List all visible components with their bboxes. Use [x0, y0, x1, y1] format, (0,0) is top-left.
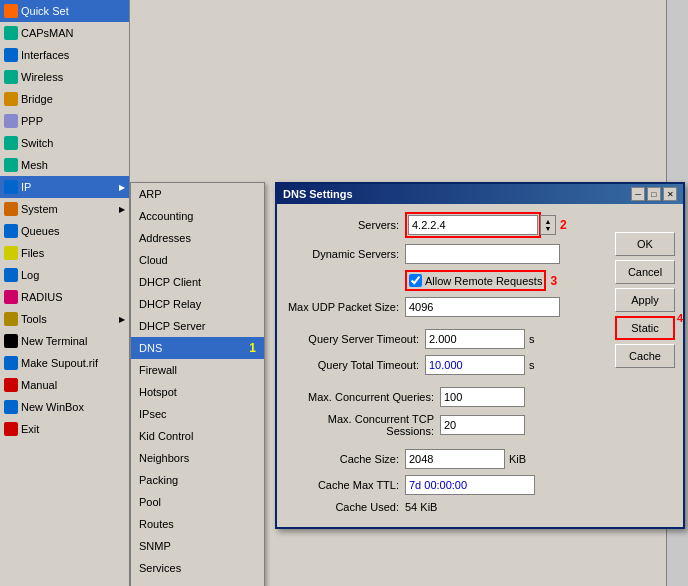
- files-icon: [4, 246, 18, 260]
- submenu-item-dhcp-relay[interactable]: DHCP Relay: [131, 293, 264, 315]
- sidebar-label-capsman: CAPsMAN: [21, 27, 74, 39]
- sidebar-item-bridge[interactable]: Bridge: [0, 88, 129, 110]
- sidebar-item-manual[interactable]: Manual: [0, 374, 129, 396]
- submenu-item-services[interactable]: Services: [131, 557, 264, 579]
- apply-button[interactable]: Apply: [615, 288, 675, 312]
- sidebar-item-exit[interactable]: Exit: [0, 418, 129, 440]
- static-container: Static 4: [615, 316, 675, 340]
- allow-remote-badge: 3: [550, 274, 557, 288]
- allow-remote-checkbox[interactable]: [409, 274, 422, 287]
- app-window: Quick Set CAPsMAN Interfaces Wireless Br…: [0, 0, 688, 586]
- quickset-icon: [4, 4, 18, 18]
- max-udp-input[interactable]: [405, 297, 560, 317]
- dialog-maximize-button[interactable]: □: [647, 187, 661, 201]
- sidebar-item-ip[interactable]: IP ▶: [0, 176, 129, 198]
- max-concurrent-queries-row: Max. Concurrent Queries:: [285, 387, 607, 407]
- servers-input[interactable]: [408, 215, 538, 235]
- sidebar-item-files[interactable]: Files: [0, 242, 129, 264]
- sidebar: Quick Set CAPsMAN Interfaces Wireless Br…: [0, 0, 130, 586]
- submenu-item-hotspot[interactable]: Hotspot: [131, 381, 264, 403]
- submenu-item-routes[interactable]: Routes: [131, 513, 264, 535]
- cache-used-label: Cache Used:: [285, 501, 405, 513]
- radius-icon: [4, 290, 18, 304]
- submenu-item-dns[interactable]: DNS 1: [131, 337, 264, 359]
- ip-arrow-icon: ▶: [119, 183, 125, 192]
- servers-spinner: ▲ ▼: [541, 215, 556, 235]
- sidebar-item-capsman[interactable]: CAPsMAN: [0, 22, 129, 44]
- cache-size-input[interactable]: [405, 449, 505, 469]
- winbox-icon: [4, 400, 18, 414]
- sidebar-item-quickset[interactable]: Quick Set: [0, 0, 129, 22]
- max-concurrent-queries-input[interactable]: [440, 387, 525, 407]
- submenu-item-accounting[interactable]: Accounting: [131, 205, 264, 227]
- dialog-titlebar: DNS Settings ─ □ ✕: [277, 184, 683, 204]
- ok-button[interactable]: OK: [615, 232, 675, 256]
- query-server-timeout-label: Query Server Timeout:: [285, 333, 425, 345]
- submenu-item-snmp[interactable]: SNMP: [131, 535, 264, 557]
- cache-button[interactable]: Cache: [615, 344, 675, 368]
- submenu-item-addresses[interactable]: Addresses: [131, 227, 264, 249]
- action-buttons: OK Cancel Apply Static 4 Cache: [615, 232, 675, 368]
- sidebar-label-mesh: Mesh: [21, 159, 48, 171]
- query-server-timeout-unit: s: [529, 333, 535, 345]
- sidebar-item-tools[interactable]: Tools ▶: [0, 308, 129, 330]
- submenu-item-ipsec[interactable]: IPsec: [131, 403, 264, 425]
- sidebar-item-wireless[interactable]: Wireless: [0, 66, 129, 88]
- sidebar-item-switch[interactable]: Switch: [0, 132, 129, 154]
- servers-label: Servers:: [285, 219, 405, 231]
- sidebar-label-exit: Exit: [21, 423, 39, 435]
- submenu-item-dhcp-server[interactable]: DHCP Server: [131, 315, 264, 337]
- max-concurrent-tcp-label: Max. Concurrent TCP Sessions:: [285, 413, 440, 437]
- cache-max-ttl-input[interactable]: [405, 475, 535, 495]
- static-button[interactable]: Static: [615, 316, 675, 340]
- max-concurrent-tcp-input[interactable]: [440, 415, 525, 435]
- cache-used-value: 54 KiB: [405, 501, 437, 513]
- query-total-timeout-label: Query Total Timeout:: [285, 359, 425, 371]
- dialog-minimize-button[interactable]: ─: [631, 187, 645, 201]
- submenu-item-kid-control[interactable]: Kid Control: [131, 425, 264, 447]
- allow-remote-highlight: Allow Remote Requests: [405, 270, 546, 291]
- submenu-item-dhcp-client[interactable]: DHCP Client: [131, 271, 264, 293]
- cancel-button[interactable]: Cancel: [615, 260, 675, 284]
- sidebar-label-queues: Queues: [21, 225, 60, 237]
- dialog-controls: ─ □ ✕: [631, 187, 677, 201]
- query-server-timeout-input[interactable]: [425, 329, 525, 349]
- system-arrow-icon: ▶: [119, 205, 125, 214]
- cache-max-ttl-label: Cache Max TTL:: [285, 479, 405, 491]
- cache-size-label: Cache Size:: [285, 453, 405, 465]
- interfaces-icon: [4, 48, 18, 62]
- dynamic-servers-input[interactable]: [405, 244, 560, 264]
- dialog-title: DNS Settings: [283, 188, 353, 200]
- submenu-item-packing[interactable]: Packing: [131, 469, 264, 491]
- submenu-item-arp[interactable]: ARP: [131, 183, 264, 205]
- sidebar-item-terminal[interactable]: New Terminal: [0, 330, 129, 352]
- sidebar-item-system[interactable]: System ▶: [0, 198, 129, 220]
- submenu-item-cloud[interactable]: Cloud: [131, 249, 264, 271]
- sidebar-item-log[interactable]: Log: [0, 264, 129, 286]
- sidebar-item-radius[interactable]: RADIUS: [0, 286, 129, 308]
- cache-size-unit: KiB: [509, 453, 526, 465]
- cache-size-row: Cache Size: KiB: [285, 449, 607, 469]
- dynamic-servers-row: Dynamic Servers:: [285, 244, 607, 264]
- query-total-timeout-input[interactable]: [425, 355, 525, 375]
- servers-spin-button[interactable]: ▲ ▼: [540, 215, 556, 235]
- submenu-item-settings[interactable]: Settings: [131, 579, 264, 586]
- submenu-item-pool[interactable]: Pool: [131, 491, 264, 513]
- sidebar-label-tools: Tools: [21, 313, 47, 325]
- sidebar-label-manual: Manual: [21, 379, 57, 391]
- sidebar-item-mesh[interactable]: Mesh: [0, 154, 129, 176]
- dialog-close-button[interactable]: ✕: [663, 187, 677, 201]
- terminal-icon: [4, 334, 18, 348]
- submenu-item-neighbors[interactable]: Neighbors: [131, 447, 264, 469]
- sidebar-label-supout: Make Supout.rif: [21, 357, 98, 369]
- sidebar-item-supout[interactable]: Make Supout.rif: [0, 352, 129, 374]
- sidebar-item-winbox[interactable]: New WinBox: [0, 396, 129, 418]
- sidebar-item-ppp[interactable]: PPP: [0, 110, 129, 132]
- sidebar-label-switch: Switch: [21, 137, 53, 149]
- sidebar-item-queues[interactable]: Queues: [0, 220, 129, 242]
- tools-icon: [4, 312, 18, 326]
- dialog-content: Servers: ▲ ▼ 2 Dynamic Servers:: [277, 204, 683, 527]
- sidebar-item-interfaces[interactable]: Interfaces: [0, 44, 129, 66]
- submenu-item-firewall[interactable]: Firewall: [131, 359, 264, 381]
- exit-icon: [4, 422, 18, 436]
